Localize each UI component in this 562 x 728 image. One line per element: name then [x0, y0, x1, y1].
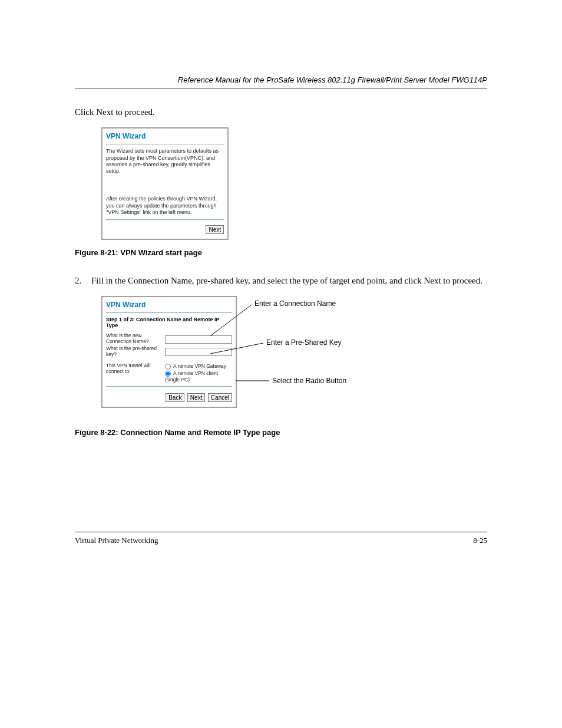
radio-gateway-input[interactable] — [165, 364, 171, 370]
next-button[interactable]: Next — [206, 225, 224, 234]
footer-rule — [75, 532, 487, 532]
radio-gateway-label: A remote VPN Gateway — [173, 363, 226, 369]
callout-preshared-key: Enter a Pre-Shared Key — [266, 338, 341, 347]
panel-rule — [106, 386, 232, 387]
footer-left: Virtual Private Networking — [75, 536, 158, 545]
panel-rule — [106, 219, 224, 220]
figure-caption-2: Figure 8-22: Connection Name and Remote … — [75, 428, 280, 437]
vpn-wizard-step1-panel: VPN Wizard Step 1 of 3: Connection Name … — [101, 296, 237, 407]
panel-paragraph-1: The Wizard sets most parameters to defau… — [106, 148, 224, 174]
panel-rule — [106, 144, 224, 144]
header-rule — [75, 88, 487, 88]
running-head: Reference Manual for the ProSafe Wireles… — [75, 75, 487, 84]
panel-title: VPN Wizard — [106, 301, 232, 309]
preshared-key-input[interactable] — [165, 348, 232, 356]
callout-connection-name: Enter a Connection Name — [254, 299, 336, 308]
panel-paragraph-2: After creating the policies through VPN … — [106, 196, 224, 216]
callout-radio-button: Select the Radio Button — [272, 377, 346, 385]
panel-title: VPN Wizard — [106, 132, 224, 140]
radio-client-input[interactable] — [165, 371, 171, 377]
back-button[interactable]: Back — [166, 393, 184, 402]
connection-name-input[interactable] — [165, 335, 232, 344]
footer-line: Virtual Private Networking 8-25 — [75, 536, 487, 545]
step-2-text: 2. Fill in the Connection Name, pre-shar… — [75, 275, 487, 286]
panel-rule — [106, 312, 232, 313]
connect-to-label: This VPN tunnel will connect to: — [106, 363, 165, 383]
vpn-wizard-start-panel: VPN Wizard The Wizard sets most paramete… — [101, 127, 229, 240]
figure-8-21: VPN Wizard The Wizard sets most paramete… — [75, 127, 487, 257]
preshared-key-label: What is the pre-shared key? — [106, 346, 165, 358]
radio-client-label: A remote VPN client (single PC) — [165, 370, 218, 383]
radio-client[interactable]: A remote VPN client (single PC) — [165, 370, 232, 384]
figure-caption-1: Figure 8-21: VPN Wizard start page — [75, 248, 487, 257]
step-instruction: Fill in the Connection Name, pre-shared … — [91, 275, 482, 286]
figure-8-22: VPN Wizard Step 1 of 3: Connection Name … — [75, 296, 487, 431]
connection-name-label: What is the new Connection Name? — [106, 333, 165, 345]
cancel-button[interactable]: Cancel — [208, 393, 232, 402]
intro-text: Click Next to proceed. — [75, 106, 487, 118]
radio-gateway[interactable]: A remote VPN Gateway — [165, 363, 232, 370]
step-number: 2. — [75, 275, 91, 286]
step-label: Step 1 of 3: Connection Name and Remote … — [106, 317, 232, 328]
footer-right: 8-25 — [473, 536, 487, 545]
next-button[interactable]: Next — [187, 393, 206, 402]
